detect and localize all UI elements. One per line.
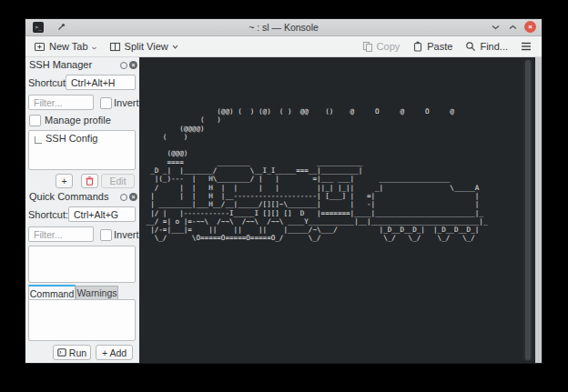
manage-profile-checkbox[interactable]: [29, 115, 41, 126]
tab-command[interactable]: Command: [28, 285, 76, 300]
split-view-icon: [109, 41, 121, 52]
find-label: Find...: [480, 41, 508, 52]
new-tab-dropdown-icon: [92, 46, 96, 50]
split-view-dropdown-icon: [172, 45, 178, 49]
qc-invert-checkbox[interactable]: [100, 229, 112, 241]
titlebar[interactable]: >_ ~ : sl — Konsole ×: [25, 19, 542, 36]
manage-profile-label: Manage profile: [45, 115, 111, 126]
ssh-filter-input[interactable]: [28, 95, 94, 110]
trash-icon: [86, 176, 94, 186]
qc-filter-input[interactable]: [28, 226, 94, 242]
quick-commands-close-icon[interactable]: ×: [129, 193, 137, 201]
tree-item-label: SSH Config: [46, 133, 97, 144]
run-button-label: Run: [69, 347, 86, 358]
ssh-manager-float-icon[interactable]: [120, 62, 127, 69]
tab-warnings[interactable]: Warnings: [76, 286, 118, 300]
add-button[interactable]: + Add: [96, 345, 133, 360]
copy-icon: [362, 41, 373, 52]
qc-shortcut-label: Shortcut:: [28, 209, 68, 220]
qc-shortcut-field[interactable]: [68, 206, 136, 222]
menu-button[interactable]: [514, 42, 538, 51]
run-button[interactable]: Run: [53, 345, 91, 360]
terminal-display[interactable]: (@@) ( ) (@) ( ) @@ () @ O @ O @ ( ) (@@…: [139, 57, 535, 363]
main-toolbar: New Tab Split View Copy: [25, 36, 542, 57]
new-tab-icon: [34, 41, 46, 52]
maximize-button[interactable]: [507, 21, 519, 33]
paste-icon: [412, 41, 423, 52]
ssh-manager-title: SSH Manager: [29, 59, 92, 70]
ssh-add-button[interactable]: +: [56, 174, 73, 188]
terminal-scrollbar[interactable]: [523, 59, 532, 361]
tree-item-ssh-config[interactable]: SSH Config: [29, 131, 135, 144]
split-view-label: Split View: [125, 41, 168, 52]
search-icon: [465, 41, 476, 52]
window-title: ~ : sl — Konsole: [25, 22, 542, 33]
copy-label: Copy: [377, 41, 401, 52]
close-button[interactable]: ×: [524, 21, 536, 33]
new-tab-label: New Tab: [49, 41, 88, 52]
ssh-invert-checkbox[interactable]: [100, 97, 112, 109]
ssh-edit-button[interactable]: Edit: [101, 174, 135, 188]
split-view-button[interactable]: Split View: [103, 36, 185, 56]
hamburger-icon: [521, 42, 532, 51]
qc-invert-label: Invert: [114, 229, 139, 240]
ssh-delete-button[interactable]: [81, 174, 98, 188]
paste-label: Paste: [427, 41, 452, 52]
window-content: SSH Manager × Shortcut Invert Manage pro…: [25, 57, 542, 363]
minimize-button[interactable]: [490, 21, 502, 33]
konsole-window: >_ ~ : sl — Konsole × New Tab: [25, 19, 542, 363]
ssh-config-tree: SSH Config: [28, 130, 136, 170]
new-tab-button[interactable]: New Tab: [27, 36, 103, 56]
add-button-label: + Add: [102, 347, 127, 358]
sidebar: SSH Manager × Shortcut Invert Manage pro…: [25, 57, 139, 363]
window-frame-right: [535, 57, 542, 363]
tree-branch-icon: [35, 136, 42, 144]
quick-commands-float-icon[interactable]: [120, 194, 127, 201]
qc-command-list[interactable]: [28, 246, 136, 283]
paste-button[interactable]: Paste: [406, 41, 459, 52]
edit-button-label: Edit: [109, 176, 126, 186]
sl-train-ascii-art: (@@) ( ) (@) ( ) @@ () @ O @ O @ ( ) (@@…: [142, 107, 487, 243]
tab-warnings-label: Warnings: [77, 287, 117, 298]
scrollbar-handle[interactable]: [525, 60, 531, 360]
ssh-shortcut-field[interactable]: [66, 75, 136, 90]
ssh-invert-label: Invert: [114, 97, 139, 108]
run-icon: [57, 348, 66, 357]
ssh-manager-close-icon[interactable]: ×: [129, 61, 137, 69]
find-button[interactable]: Find...: [459, 41, 514, 52]
plus-icon: +: [61, 176, 66, 186]
quick-commands-title: Quick Commands: [29, 191, 108, 202]
copy-button[interactable]: Copy: [356, 41, 407, 52]
ssh-shortcut-label: Shortcut: [28, 77, 66, 88]
qc-command-editor[interactable]: [28, 299, 136, 341]
tab-command-label: Command: [30, 288, 74, 299]
